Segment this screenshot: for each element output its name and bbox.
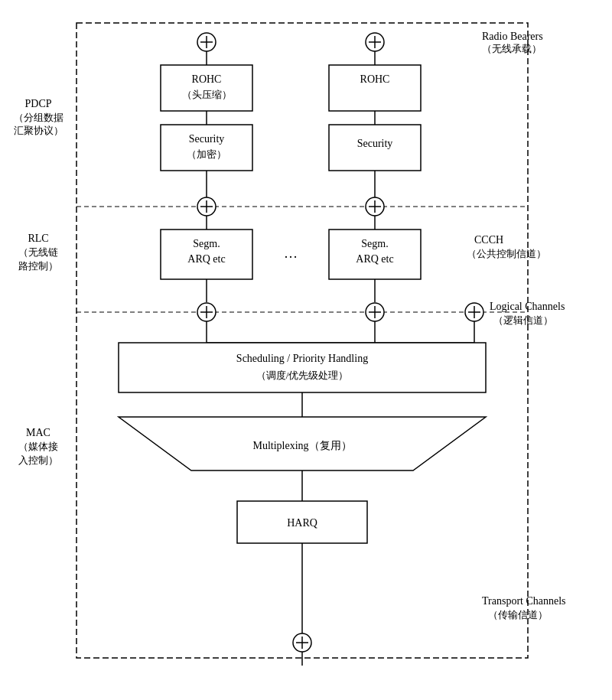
radio-bearers-cn: （无线承载）	[482, 43, 542, 54]
pdcp-label: PDCP	[24, 98, 51, 109]
ccch-label: CCCH	[474, 234, 503, 246]
svg-rect-10	[161, 65, 252, 111]
rohc1-label: ROHC	[192, 73, 222, 85]
security1-label: Security	[189, 133, 225, 145]
scheduling-line2: （调度/优先级处理）	[256, 370, 349, 381]
svg-rect-14	[161, 125, 252, 171]
svg-rect-45	[119, 343, 486, 392]
scheduling-line1: Scheduling / Priority Handling	[236, 353, 368, 364]
mac-cn2: 入控制）	[18, 454, 58, 466]
svg-rect-11	[329, 65, 421, 111]
segm2-line1: Segm.	[361, 238, 388, 249]
rlc-cn2: 路控制）	[18, 260, 58, 272]
logical-channels-label: Logical Channels	[490, 301, 565, 312]
transport-channels-label: Transport Channels	[482, 595, 566, 607]
multiplexing-label: Multiplexing（复用）	[252, 440, 351, 451]
segm1-line1: Segm.	[193, 238, 220, 249]
pdcp-cn2: 汇聚协议）	[14, 125, 63, 136]
rohc1-cn: （头压缩）	[182, 89, 232, 100]
transport-channels-cn: （传输信道）	[488, 609, 548, 620]
rlc-cn1: （无线链	[18, 246, 58, 258]
rohc2-label: ROHC	[360, 73, 390, 85]
security1-cn: （加密）	[187, 148, 226, 160]
segm1-line2: ARQ etc	[187, 253, 225, 265]
diagram-container: Radio Bearers （无线承载） ROHC （头压缩） ROHC Sec…	[0, 0, 612, 700]
pdcp-cn1: （分组数据	[14, 112, 63, 123]
security2-label: Security	[357, 138, 393, 149]
mac-label: MAC	[26, 427, 50, 438]
logical-channels-cn: （逻辑信道）	[493, 314, 553, 326]
dots-label: …	[284, 246, 298, 261]
ccch-cn: （公共控制信道）	[467, 248, 546, 259]
rlc-label: RLC	[28, 233, 48, 244]
harq-label: HARQ	[287, 517, 317, 529]
radio-bearers-label: Radio Bearers	[482, 31, 543, 42]
segm2-line2: ARQ etc	[356, 253, 393, 265]
mac-cn1: （媒体接	[18, 441, 58, 452]
